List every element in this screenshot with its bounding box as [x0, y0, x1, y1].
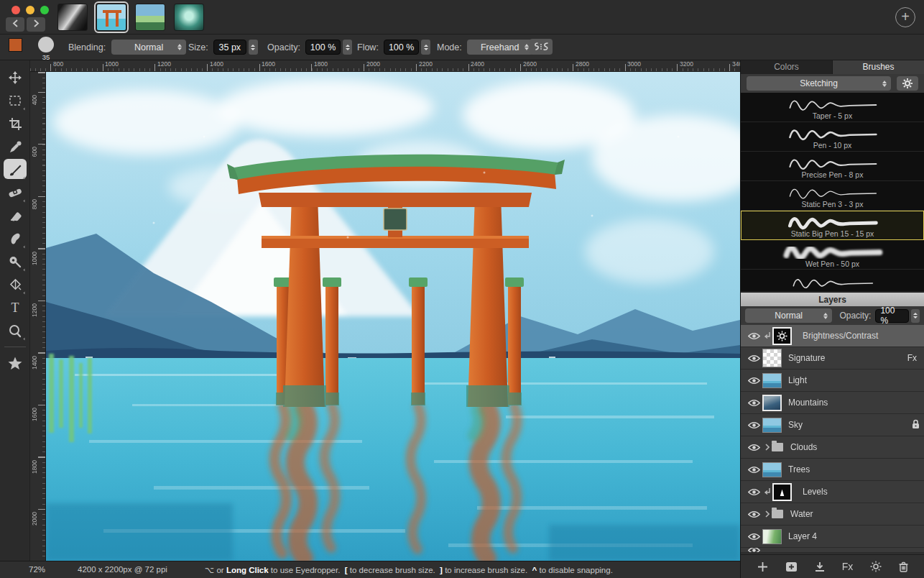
flow-input[interactable]: 100 %	[384, 40, 419, 55]
layer-row-signature[interactable]: Signature Fx	[741, 347, 924, 370]
crop-tool[interactable]	[0, 112, 30, 135]
zoom-tool[interactable]	[0, 319, 30, 342]
paint-brush-icon	[9, 163, 22, 177]
vector-pen-tool[interactable]	[0, 273, 30, 296]
brush-row[interactable]: Taper - 5 px	[741, 93, 924, 122]
eyedropper-tool[interactable]	[0, 135, 30, 158]
paint-brush-tool-selected[interactable]	[0, 158, 30, 181]
brush-label: Precise Pen - 8 px	[802, 170, 864, 179]
adjustment-thumbnail	[772, 327, 792, 345]
brush-label: Static Big Pen 15 - 15 px	[791, 229, 874, 238]
expand-chevron-icon[interactable]	[762, 510, 772, 518]
canvas-artwork[interactable]	[46, 72, 740, 561]
document-thumbnail-4[interactable]	[174, 4, 204, 31]
size-input[interactable]: 35 px	[213, 40, 246, 55]
tab-brushes[interactable]: Brushes	[833, 60, 924, 74]
layer-row-water-group[interactable]: Water	[741, 503, 924, 526]
close-window-button[interactable]	[11, 6, 20, 14]
layer-thumbnail	[762, 529, 782, 544]
mode-dropdown[interactable]: Freehand	[467, 40, 533, 55]
visibility-eye-icon[interactable]	[745, 466, 762, 474]
stabilizer-button[interactable]	[530, 39, 553, 55]
brush-row[interactable]: Wet Pen - 50 px	[741, 240, 924, 270]
brush-tip-icon	[38, 37, 54, 52]
chevron-updown-icon	[882, 81, 887, 87]
color-swatch[interactable]	[9, 38, 22, 52]
layer-row-levels[interactable]: Levels	[741, 481, 924, 503]
brush-row[interactable]: Pen - 10 px	[741, 122, 924, 152]
layer-opacity-stepper[interactable]	[911, 309, 920, 323]
visibility-eye-icon[interactable]	[745, 332, 762, 340]
new-layer-square-plus-icon	[785, 561, 798, 572]
text-tool[interactable]: T	[0, 296, 30, 319]
document-thumbnail-3[interactable]	[135, 4, 165, 31]
layer-row-trees[interactable]: Trees	[741, 459, 924, 481]
eraser-tool[interactable]	[0, 204, 30, 227]
move-tool[interactable]	[0, 66, 30, 89]
layer-row-brightness-contrast[interactable]: Brightness/Contrast	[741, 325, 924, 347]
layer-effects-button[interactable]: Fx	[842, 561, 854, 572]
adjustment-button[interactable]	[870, 561, 882, 572]
merge-down-button[interactable]	[815, 561, 825, 572]
layer-row-sky[interactable]: Sky	[741, 414, 924, 436]
layer-row-partial[interactable]	[741, 548, 924, 553]
brush-row[interactable]: Static Pen 3 - 3 px	[741, 181, 924, 211]
dodge-tool[interactable]	[0, 250, 30, 273]
visibility-eye-icon[interactable]	[745, 533, 762, 541]
visibility-eye-icon[interactable]	[745, 488, 762, 496]
zoom-window-button[interactable]	[40, 6, 49, 14]
brush-label: Wet Pen - 50 px	[805, 260, 859, 268]
visibility-eye-icon[interactable]	[745, 399, 762, 407]
document-thumbnail-2-active[interactable]	[96, 4, 126, 31]
brush-row-partial[interactable]	[741, 270, 924, 292]
forward-button[interactable]	[27, 17, 45, 32]
dodge-icon	[9, 255, 22, 268]
lock-icon[interactable]	[912, 419, 920, 431]
brush-row[interactable]: Precise Pen - 8 px	[741, 152, 924, 181]
zoom-level[interactable]: 72%	[29, 565, 45, 574]
expand-chevron-icon[interactable]	[762, 444, 772, 451]
minimize-window-button[interactable]	[26, 6, 34, 14]
blending-dropdown[interactable]: Normal	[111, 40, 186, 55]
back-button[interactable]	[6, 17, 24, 32]
layer-row-clouds-group[interactable]: Clouds	[741, 436, 924, 459]
layer-fx-badge[interactable]: Fx	[907, 353, 920, 363]
flow-stepper[interactable]	[421, 40, 430, 55]
layer-opacity-label: Opacity:	[839, 311, 871, 321]
mode-value: Freehand	[481, 42, 519, 52]
folder-icon	[772, 443, 783, 451]
brush-settings-button[interactable]	[897, 76, 918, 91]
visibility-eye-icon[interactable]	[745, 377, 762, 385]
visibility-eye-icon	[745, 548, 762, 553]
add-pixel-layer-button[interactable]	[785, 561, 798, 572]
size-stepper[interactable]	[249, 40, 258, 55]
add-layer-button[interactable]	[757, 561, 768, 572]
opacity-stepper[interactable]	[343, 40, 352, 55]
marquee-tool[interactable]	[0, 89, 30, 112]
brush-size-preview: 35	[37, 37, 55, 61]
size-value: 35 px	[219, 42, 241, 52]
layer-row-layer4[interactable]: Layer 4	[741, 526, 924, 548]
favorites-tool[interactable]	[0, 352, 30, 375]
smudge-tool[interactable]	[0, 227, 30, 250]
delete-layer-button[interactable]	[899, 561, 908, 572]
visibility-eye-icon[interactable]	[745, 354, 762, 362]
new-document-button[interactable]: +	[895, 7, 915, 27]
layer-blend-dropdown[interactable]: Normal	[745, 308, 832, 323]
brush-label: Pen - 10 px	[813, 141, 852, 150]
plus-icon	[757, 561, 768, 572]
opacity-input[interactable]: 100 %	[305, 40, 341, 55]
brush-row-selected[interactable]: Static Big Pen 15 - 15 px	[741, 211, 924, 240]
marquee-tool-icon	[9, 94, 22, 107]
brush-category-dropdown[interactable]: Sketching	[747, 76, 891, 91]
document-thumbnail-1[interactable]	[57, 4, 88, 31]
visibility-eye-icon[interactable]	[745, 421, 762, 429]
layer-row-mountains[interactable]: Mountains	[741, 392, 924, 414]
visibility-eye-icon[interactable]	[745, 510, 762, 518]
healing-tool[interactable]	[0, 181, 30, 204]
layer-opacity-input[interactable]: 100 %	[875, 309, 908, 323]
visibility-eye-icon[interactable]	[745, 444, 762, 451]
layer-name: Clouds	[790, 442, 920, 452]
tab-colors[interactable]: Colors	[741, 60, 833, 74]
layer-row-light[interactable]: Light	[741, 370, 924, 392]
